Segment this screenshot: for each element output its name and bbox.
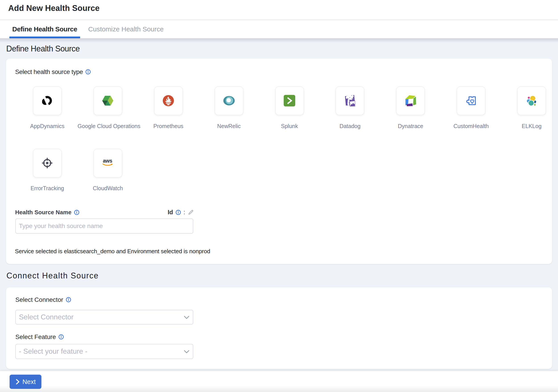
svg-text:aws: aws (103, 158, 112, 164)
